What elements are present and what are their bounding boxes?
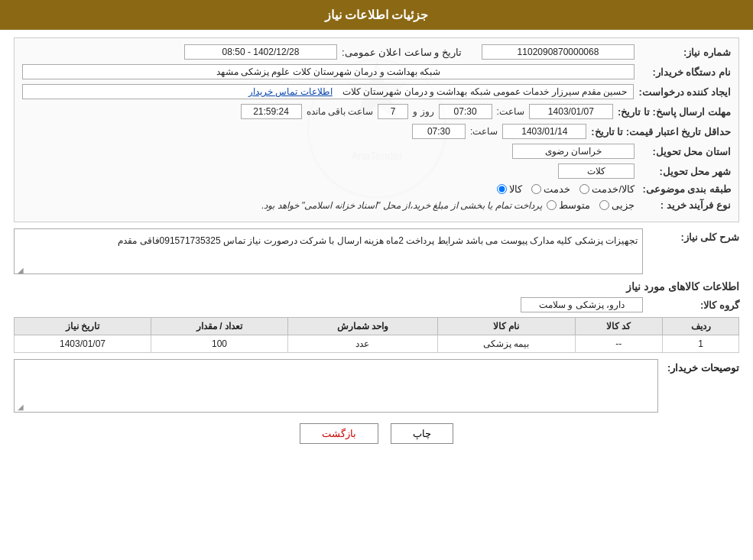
main-content: AriaTender شماره نیاز: 1102090870000068 … bbox=[0, 30, 753, 459]
col-need-date: تاریخ نیاز bbox=[15, 318, 151, 335]
category-row: طبقه بندی موضوعی: کالا خدمت کالا/خدمت bbox=[22, 183, 731, 195]
description-label: شرح کلی نیاز: bbox=[648, 228, 739, 243]
announce-date-label: تاریخ و ساعت اعلان عمومی: bbox=[342, 47, 462, 58]
send-deadline-row: مهلت ارسال پاسخ: تا تاریخ: 1403/01/07 سا… bbox=[22, 104, 731, 119]
category-radio-group: کالا خدمت کالا/خدمت bbox=[497, 183, 635, 195]
buyer-org-value: شبکه بهداشت و درمان شهرستان کلات علوم پز… bbox=[22, 64, 635, 79]
category-kala-radio[interactable] bbox=[497, 184, 507, 194]
col-product-name: نام کالا bbox=[437, 318, 575, 335]
items-section-title: اطلاعات کالاهای مورد نیاز bbox=[14, 280, 739, 293]
col-product-code: کد کالا bbox=[575, 318, 663, 335]
category-kala-khadamat: کالا/خدمت bbox=[579, 183, 635, 195]
need-number-row: شماره نیاز: 1102090870000068 تاریخ و ساع… bbox=[22, 44, 731, 60]
cell-unit: عدد bbox=[287, 335, 437, 353]
description-row: شرح کلی نیاز: تجهیزات پزشکی کلیه مدارک پ… bbox=[14, 228, 739, 274]
price-date-value: 1403/01/14 bbox=[502, 124, 586, 139]
price-time-label: ساعت: bbox=[470, 126, 498, 137]
page-wrapper: جزئیات اطلاعات نیاز AriaTender شماره نیا… bbox=[0, 0, 753, 560]
notes-resize-handle: ◢ bbox=[16, 403, 24, 410]
category-khadamat: خدمت bbox=[531, 183, 570, 195]
cell-quantity: 100 bbox=[151, 335, 288, 353]
send-date-value: 1403/01/07 bbox=[529, 104, 613, 119]
requester-value: حسین مقدم سیرزار خدمات عمومی شبکه بهداشت… bbox=[22, 84, 634, 99]
need-number-label: شماره نیاز: bbox=[639, 47, 731, 58]
send-days-value: 7 bbox=[378, 104, 408, 119]
price-time-value: 07:30 bbox=[412, 124, 466, 139]
page-header: جزئیات اطلاعات نیاز bbox=[0, 0, 753, 30]
cell-product-code: -- bbox=[575, 335, 663, 353]
province-value: خراسان رضوی bbox=[512, 144, 635, 159]
city-value: کلات bbox=[558, 163, 635, 179]
send-remaining-label: ساعت باقی مانده bbox=[307, 106, 374, 117]
table-row: 1 -- بیمه پزشکی عدد 100 1403/01/07 bbox=[15, 335, 739, 353]
cell-product-name: بیمه پزشکی bbox=[437, 335, 575, 353]
product-group-row: گروه کالا: دارو، پزشکی و سلامت bbox=[14, 297, 739, 312]
province-row: استان محل تحویل: خراسان رضوی bbox=[22, 144, 731, 159]
requester-contact-link[interactable]: اطلاعات تماس خریدار bbox=[248, 86, 333, 97]
price-deadline-label: حداقل تاریخ اعتبار قیمت: تا تاریخ: bbox=[591, 126, 731, 138]
buyer-notes-row: توصیحات خریدار: ◢ bbox=[14, 359, 739, 413]
process-radio-group: متوسط جزیی bbox=[547, 199, 635, 211]
send-time-value: 07:30 bbox=[439, 104, 492, 119]
announce-date-value: 1402/12/28 - 08:50 bbox=[184, 44, 337, 60]
province-label: استان محل تحویل: bbox=[639, 146, 731, 157]
process-type-row: نوع فرآیند خرید : متوسط جزیی پرداخت تمام… bbox=[22, 199, 731, 211]
col-quantity: تعداد / مقدار bbox=[151, 318, 288, 335]
send-remaining-value: 21:59:24 bbox=[241, 104, 302, 119]
product-group-value: دارو، پزشکی و سلامت bbox=[521, 297, 643, 312]
process-motavasset-radio[interactable] bbox=[547, 200, 557, 210]
button-row: چاپ بازگشت bbox=[14, 413, 739, 452]
process-jozi-radio[interactable] bbox=[599, 200, 609, 210]
process-note: پرداخت تمام یا بخشی از مبلغ خرید،از محل … bbox=[261, 200, 542, 211]
send-deadline-label: مهلت ارسال پاسخ: تا تاریخ: bbox=[618, 106, 731, 118]
requester-label: ایجاد کننده درخواست: bbox=[638, 86, 731, 98]
category-khadamat-radio[interactable] bbox=[531, 184, 541, 194]
form-section: AriaTender شماره نیاز: 1102090870000068 … bbox=[14, 37, 739, 222]
process-type-label: نوع فرآیند خرید : bbox=[639, 199, 731, 211]
buyer-org-label: نام دستگاه خریدار: bbox=[639, 66, 731, 78]
price-deadline-row: حداقل تاریخ اعتبار قیمت: تا تاریخ: 1403/… bbox=[22, 124, 731, 139]
col-unit: واحد شمارش bbox=[287, 318, 437, 335]
category-kala-khadamat-radio[interactable] bbox=[579, 184, 589, 194]
buyer-org-row: نام دستگاه خریدار: شبکه بهداشت و درمان ش… bbox=[22, 64, 731, 79]
items-table: ردیف کد کالا نام کالا واحد شمارش تعداد /… bbox=[14, 317, 739, 353]
city-label: شهر محل تحویل: bbox=[639, 166, 731, 177]
cell-need-date: 1403/01/07 bbox=[15, 335, 151, 353]
process-motavasset: متوسط bbox=[547, 199, 590, 211]
buyer-notes-label: توصیحات خریدار: bbox=[663, 359, 739, 374]
resize-handle: ◢ bbox=[16, 264, 24, 272]
product-group-label: گروه کالا: bbox=[648, 299, 739, 311]
back-button[interactable]: بازگشت bbox=[300, 423, 378, 444]
city-row: شهر محل تحویل: کلات bbox=[22, 163, 731, 179]
cell-row-num: 1 bbox=[663, 335, 739, 353]
process-jozi: جزیی bbox=[599, 199, 635, 211]
col-row-num: ردیف bbox=[663, 318, 739, 335]
send-time-label: ساعت: bbox=[497, 106, 524, 117]
print-button[interactable]: چاپ bbox=[391, 423, 453, 444]
need-number-value: 1102090870000068 bbox=[482, 44, 635, 60]
page-title: جزئیات اطلاعات نیاز bbox=[325, 8, 429, 21]
category-kala: کالا bbox=[497, 183, 522, 195]
buyer-notes-box: ◢ bbox=[14, 359, 658, 413]
requester-row: ایجاد کننده درخواست: حسین مقدم سیرزار خد… bbox=[22, 84, 731, 99]
description-text: تجهیزات پزشکی کلیه مدارک پیوست می باشد ش… bbox=[118, 235, 638, 246]
description-box: تجهیزات پزشکی کلیه مدارک پیوست می باشد ش… bbox=[14, 228, 643, 274]
send-day-label: روز و bbox=[413, 106, 433, 117]
category-label: طبقه بندی موضوعی: bbox=[639, 183, 731, 195]
